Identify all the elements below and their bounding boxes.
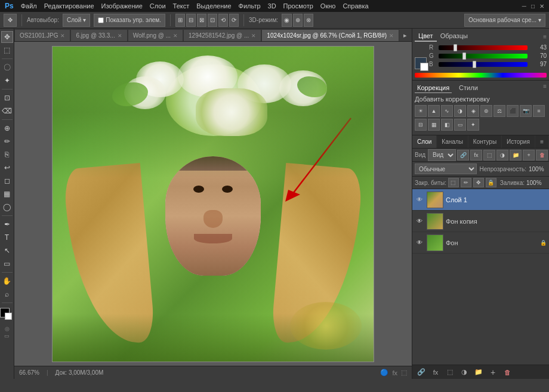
- 3d-btn-1[interactable]: ◉: [282, 14, 292, 27]
- correction-btn-levels[interactable]: ▲: [428, 105, 440, 117]
- correction-btn-posterize[interactable]: ▦: [428, 119, 440, 131]
- tab-close-2[interactable]: ✕: [118, 33, 122, 39]
- eyedropper-tool[interactable]: ⌫: [1, 105, 13, 117]
- pen-tool[interactable]: ✒: [1, 218, 13, 230]
- tab-wolf[interactable]: Wolf.png @ ... ✕: [128, 29, 183, 41]
- minimize-btn[interactable]: ─: [522, 3, 526, 10]
- correction-btn-curves[interactable]: ∿: [441, 105, 453, 117]
- show-transform-btn[interactable]: Показать упр. элем.: [94, 14, 165, 27]
- link-btn[interactable]: 🔗: [415, 366, 428, 378]
- gradient-tool[interactable]: ▦: [1, 188, 13, 200]
- correction-btn-channelmix[interactable]: ≡: [533, 105, 545, 117]
- samples-tab[interactable]: Образцы: [437, 31, 471, 42]
- correction-btn-photofilter[interactable]: 📷: [520, 105, 532, 117]
- layer-1-eye[interactable]: 👁: [415, 195, 424, 205]
- delete-layer-btn[interactable]: 🗑: [536, 150, 548, 160]
- menu-3d[interactable]: 3D: [268, 2, 276, 10]
- correction-btn-exposure[interactable]: ◑: [454, 105, 466, 117]
- menu-help[interactable]: Справка: [343, 2, 368, 10]
- path-selection-tool[interactable]: ↖: [1, 245, 13, 257]
- quick-mask-btn[interactable]: ◎: [5, 326, 10, 332]
- tab-os21001[interactable]: OS21001.JPG ✕: [14, 29, 70, 41]
- shape-tool[interactable]: ▭: [1, 258, 13, 270]
- layers-tab-layers[interactable]: Слои: [412, 135, 437, 148]
- group-btn[interactable]: 📁: [510, 150, 522, 160]
- clone-tool[interactable]: ⎘: [1, 149, 13, 160]
- show-transform-check[interactable]: [98, 17, 104, 23]
- tab-close-4[interactable]: ✕: [251, 33, 256, 39]
- hand-tool[interactable]: ✋: [1, 275, 13, 287]
- tab-close-3[interactable]: ✕: [173, 33, 178, 39]
- marquee-tool[interactable]: ⬚: [1, 44, 13, 56]
- screen-mode-btn[interactable]: ▭: [4, 333, 10, 339]
- lock-paint-btn[interactable]: ✏: [461, 178, 471, 187]
- correction-menu[interactable]: ≡: [543, 83, 547, 93]
- transform-btn-4[interactable]: ⊡: [208, 14, 217, 27]
- lasso-tool[interactable]: 〇: [1, 61, 13, 73]
- 3d-btn-2[interactable]: ⊕: [293, 14, 303, 27]
- layer-item-3[interactable]: 👁 Фон 🔒: [412, 232, 549, 254]
- menu-image[interactable]: Изображение: [101, 2, 143, 10]
- crop-tool[interactable]: ⊡: [1, 92, 13, 104]
- lock-pixels-btn[interactable]: ⬚: [448, 178, 459, 187]
- group-add-btn[interactable]: 📁: [472, 366, 485, 378]
- zoom-tool[interactable]: ⌕: [1, 288, 13, 300]
- magic-wand-tool[interactable]: ✦: [1, 75, 13, 87]
- 3d-btn-3[interactable]: ⊗: [304, 14, 313, 27]
- correction-btn-gradient-map[interactable]: ▭: [454, 119, 466, 131]
- workspace-btn[interactable]: Основная рабочая сре... ▾: [464, 14, 545, 27]
- correction-btn-brightness[interactable]: ☀: [415, 105, 427, 117]
- fg-swatch[interactable]: [415, 57, 427, 69]
- auto-select-dropdown[interactable]: Слой ▾: [63, 14, 90, 27]
- tab-1024[interactable]: 1024x1024sr.jpg @ 66.7% (Слой 1, RGB/8#)…: [261, 29, 399, 41]
- background-color[interactable]: [5, 313, 12, 320]
- layers-tab-channels[interactable]: Каналы: [437, 135, 468, 148]
- menu-view[interactable]: Просмотр: [283, 2, 313, 10]
- layer-2-eye[interactable]: 👁: [415, 217, 424, 226]
- color-panel-menu[interactable]: ≡: [543, 33, 547, 40]
- transform-btn-3[interactable]: ⊠: [197, 14, 206, 27]
- color-tab[interactable]: Цвет: [415, 31, 437, 42]
- new-layer-btn[interactable]: +: [523, 150, 535, 160]
- fx-btn[interactable]: fx: [429, 366, 442, 378]
- new-layer-add-btn[interactable]: +: [486, 366, 499, 378]
- layer-3-eye[interactable]: 👁: [415, 238, 424, 248]
- tab-close-5[interactable]: ✕: [389, 33, 394, 39]
- move-tool[interactable]: ✥: [1, 31, 13, 43]
- bg-swatch[interactable]: [420, 63, 428, 71]
- mask-add-btn[interactable]: ⬚: [443, 366, 457, 378]
- rainbow-bar[interactable]: [415, 73, 547, 78]
- blend-mode-select[interactable]: Обычные: [415, 163, 477, 174]
- menu-file[interactable]: Файл: [21, 2, 37, 10]
- b-slider-thumb[interactable]: [473, 61, 476, 68]
- g-slider-thumb[interactable]: [462, 53, 466, 60]
- mask-btn[interactable]: ⬚: [483, 150, 495, 160]
- brush-tool[interactable]: ✏: [1, 135, 13, 147]
- transform-btn-2[interactable]: ⊟: [186, 14, 196, 27]
- kind-select[interactable]: Вид: [428, 149, 456, 161]
- tab-6jpg[interactable]: 6.jpg @ 33.3... ✕: [70, 29, 127, 41]
- layers-tab-history[interactable]: История: [502, 135, 535, 148]
- layer-item-2[interactable]: 👁 Фон копия: [412, 211, 549, 232]
- menu-selection[interactable]: Выделение: [196, 2, 231, 10]
- correction-btn-blackwhite[interactable]: ⬛: [507, 105, 519, 117]
- history-brush-tool[interactable]: ↩: [1, 162, 13, 174]
- correction-btn-colorbalance[interactable]: ⚖: [494, 105, 505, 117]
- canvas-viewport[interactable]: [14, 42, 412, 366]
- correction-tab[interactable]: Коррекция: [415, 83, 452, 93]
- layer-style-btn[interactable]: fx: [470, 150, 482, 160]
- menu-filter[interactable]: Фильтр: [239, 2, 261, 10]
- tab-close-1[interactable]: ✕: [60, 33, 65, 39]
- text-tool[interactable]: T: [1, 232, 13, 243]
- menu-text[interactable]: Текст: [173, 2, 190, 10]
- layer-item-1[interactable]: 👁 Слой 1: [412, 189, 549, 211]
- move-tool-btn[interactable]: ✥: [4, 14, 17, 27]
- close-btn[interactable]: ✕: [539, 3, 544, 10]
- adjustment-btn[interactable]: ◑: [496, 150, 508, 160]
- style-tab[interactable]: Стили: [457, 83, 480, 93]
- layers-panel-menu-btn[interactable]: ≡: [535, 135, 549, 148]
- correction-btn-invert[interactable]: ⊟: [415, 119, 427, 131]
- correction-btn-hsl[interactable]: ⊚: [480, 105, 492, 117]
- tab-12942[interactable]: 12942581542.jpg @ ... ✕: [183, 29, 261, 41]
- menu-window[interactable]: Окно: [320, 2, 336, 10]
